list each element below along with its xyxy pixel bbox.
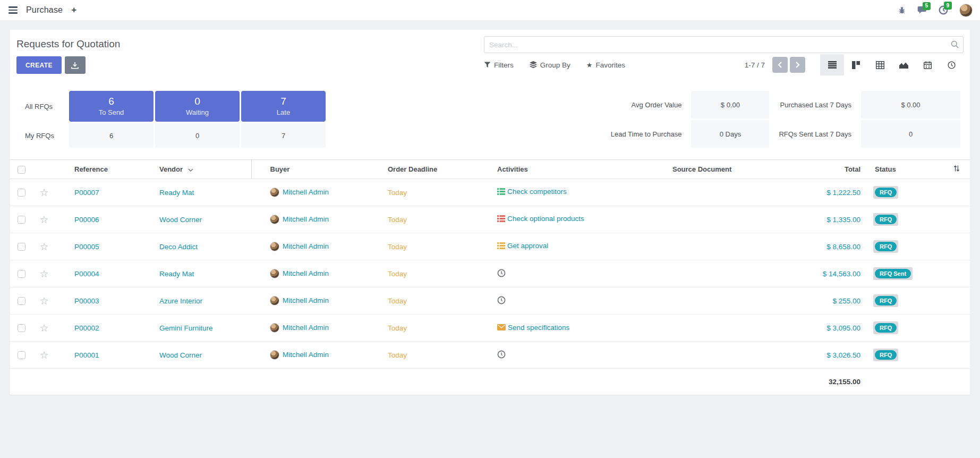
- buyer-name[interactable]: Mitchell Admin: [283, 269, 329, 277]
- buyer-name[interactable]: Mitchell Admin: [283, 242, 329, 250]
- waiting-button[interactable]: 0Waiting: [155, 91, 240, 122]
- reference-link[interactable]: P00003: [74, 297, 99, 305]
- table-row[interactable]: ☆ P00006 Wood Corner Mitchell Admin Toda…: [10, 206, 970, 233]
- vendor-link[interactable]: Ready Mat: [159, 189, 194, 197]
- buyer-name[interactable]: Mitchell Admin: [283, 351, 329, 359]
- vendor-link[interactable]: Wood Corner: [159, 351, 202, 359]
- row-checkbox[interactable]: [18, 216, 25, 224]
- favorite-star-icon[interactable]: ☆: [39, 350, 48, 361]
- reference-link[interactable]: P00004: [74, 270, 99, 278]
- activity-view-button[interactable]: [940, 54, 964, 75]
- table-row[interactable]: ☆ P00007 Ready Mat Mitchell Admin Today …: [10, 179, 970, 206]
- activities-clock-icon[interactable]: 9: [939, 5, 948, 15]
- activity-label[interactable]: Check optional products: [507, 215, 584, 223]
- table-row[interactable]: ☆ P00003 Azure Interior Mitchell Admin T…: [10, 287, 970, 315]
- search-icon[interactable]: [951, 40, 959, 50]
- activity-widget[interactable]: [497, 350, 508, 359]
- favorite-star-icon[interactable]: ☆: [39, 187, 48, 198]
- my-to-send-cell[interactable]: 6: [69, 123, 154, 148]
- purchased-last-7-days: $ 0.00: [861, 91, 960, 118]
- pager-previous-button[interactable]: [772, 57, 788, 73]
- star-icon: ★: [586, 61, 593, 69]
- activity-widget[interactable]: Get approval: [497, 242, 548, 250]
- messages-icon[interactable]: 5: [917, 6, 927, 15]
- activity-label[interactable]: Send specifications: [508, 324, 569, 332]
- my-waiting-cell[interactable]: 0: [155, 123, 240, 148]
- header-buyer[interactable]: Buyer: [251, 160, 369, 179]
- table-row[interactable]: ☆ P00005 Deco Addict Mitchell Admin Toda…: [10, 233, 970, 260]
- reference-link[interactable]: P00001: [74, 351, 99, 359]
- search-input[interactable]: [484, 36, 964, 53]
- pivot-view-button[interactable]: [868, 54, 892, 75]
- activity-label[interactable]: Check competitors: [507, 188, 567, 196]
- row-checkbox[interactable]: [18, 351, 25, 359]
- create-button[interactable]: CREATE: [16, 56, 62, 74]
- late-button[interactable]: 7Late: [241, 91, 326, 122]
- row-total: $ 1,222.50: [826, 189, 860, 197]
- vendor-link[interactable]: Gemini Furniture: [159, 324, 213, 332]
- graph-view-button[interactable]: [892, 54, 916, 75]
- header-total[interactable]: Total: [784, 160, 864, 179]
- table-row[interactable]: ☆ P00002 Gemini Furniture Mitchell Admin…: [10, 315, 970, 342]
- control-panel: Requests for Quotation CREATE Filters: [10, 30, 970, 80]
- user-avatar[interactable]: [959, 4, 973, 17]
- table-row[interactable]: ☆ P00001 Wood Corner Mitchell Admin Toda…: [10, 342, 970, 369]
- row-checkbox[interactable]: [18, 189, 25, 197]
- favorite-star-icon[interactable]: ☆: [39, 323, 48, 334]
- row-checkbox[interactable]: [18, 270, 25, 278]
- header-status[interactable]: Status: [864, 160, 943, 179]
- header-reference[interactable]: Reference: [56, 160, 141, 179]
- reference-link[interactable]: P00006: [74, 216, 99, 224]
- activity-widget[interactable]: [497, 296, 508, 304]
- star-column-header: [32, 160, 56, 179]
- buyer-avatar: [270, 215, 279, 224]
- adjust-columns-icon[interactable]: [953, 166, 960, 174]
- header-activities[interactable]: Activities: [479, 160, 654, 179]
- group-by-button[interactable]: Group By: [530, 61, 570, 69]
- vendor-link[interactable]: Wood Corner: [159, 216, 202, 224]
- vendor-link[interactable]: Azure Interior: [159, 297, 202, 305]
- buyer-name[interactable]: Mitchell Admin: [283, 188, 329, 196]
- export-button[interactable]: [65, 56, 86, 74]
- debug-bug-icon[interactable]: [898, 6, 906, 14]
- reference-link[interactable]: P00007: [74, 189, 99, 197]
- my-late-cell[interactable]: 7: [241, 123, 326, 148]
- filters-button[interactable]: Filters: [484, 61, 514, 69]
- favorites-button[interactable]: ★ Favorites: [586, 61, 625, 69]
- activity-label[interactable]: Get approval: [507, 242, 548, 250]
- list-view-button[interactable]: [820, 54, 844, 75]
- favorite-star-icon[interactable]: ☆: [39, 214, 48, 225]
- header-source-document[interactable]: Source Document: [654, 160, 784, 179]
- vendor-link[interactable]: Deco Addict: [159, 243, 198, 251]
- reference-link[interactable]: P00002: [74, 324, 99, 332]
- view-switcher: [820, 54, 964, 75]
- apps-menu-icon[interactable]: [7, 4, 19, 16]
- select-all-checkbox[interactable]: [18, 166, 25, 174]
- buyer-name[interactable]: Mitchell Admin: [283, 296, 329, 304]
- vendor-link[interactable]: Ready Mat: [159, 270, 194, 278]
- activity-widget[interactable]: Check optional products: [497, 215, 584, 223]
- app-menu-purchase[interactable]: Purchase: [26, 5, 63, 15]
- favorite-star-icon[interactable]: ☆: [39, 268, 48, 279]
- favorite-star-icon[interactable]: ☆: [39, 241, 48, 252]
- buyer-name[interactable]: Mitchell Admin: [283, 324, 329, 332]
- table-row[interactable]: ☆ P00004 Ready Mat Mitchell Admin Today …: [10, 260, 970, 287]
- row-checkbox[interactable]: [18, 324, 25, 332]
- order-deadline-value: Today: [388, 324, 407, 332]
- buyer-name[interactable]: Mitchell Admin: [283, 215, 329, 223]
- kanban-view-button[interactable]: [844, 54, 868, 75]
- reference-link[interactable]: P00005: [74, 243, 99, 251]
- to-send-button[interactable]: 6To Send: [69, 91, 154, 122]
- activity-widget[interactable]: [497, 269, 508, 277]
- status-badge: RFQ Sent: [873, 267, 913, 280]
- header-order-deadline[interactable]: Order Deadline: [369, 160, 479, 179]
- pager-next-button[interactable]: [790, 57, 805, 73]
- calendar-view-button[interactable]: [916, 54, 940, 75]
- row-checkbox[interactable]: [18, 297, 25, 305]
- row-checkbox[interactable]: [18, 243, 25, 251]
- header-vendor[interactable]: Vendor: [141, 160, 251, 179]
- activity-widget[interactable]: Check competitors: [497, 188, 567, 196]
- activity-widget[interactable]: Send specifications: [497, 324, 569, 332]
- favorite-star-icon[interactable]: ☆: [39, 295, 48, 307]
- new-tab-button[interactable]: +: [71, 5, 76, 15]
